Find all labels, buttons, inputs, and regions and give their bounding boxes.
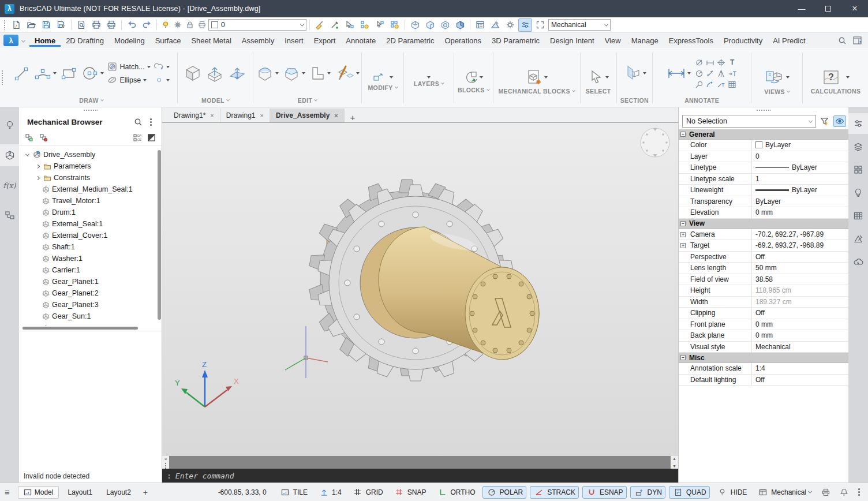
tab-view[interactable]: View bbox=[600, 34, 626, 47]
mechanical-block-button[interactable] bbox=[526, 69, 548, 86]
tab-2d-drafting[interactable]: 2D Drafting bbox=[61, 34, 109, 47]
insert-block-button[interactable] bbox=[463, 70, 483, 85]
text-align-button[interactable] bbox=[727, 69, 737, 78]
chevron-expanded-icon[interactable] bbox=[24, 154, 31, 156]
viewport-3d[interactable]: Z Y X bbox=[162, 123, 678, 456]
ribbon-panel-button[interactable] bbox=[850, 34, 865, 47]
layout2-tab[interactable]: Layout2 bbox=[101, 487, 136, 498]
tab-3d-parametric[interactable]: 3D Parametric bbox=[487, 34, 545, 47]
highlight-eye-icon[interactable] bbox=[833, 115, 846, 127]
close-icon[interactable]: × bbox=[334, 112, 338, 119]
tab-home[interactable]: Home bbox=[29, 34, 61, 47]
slice-tool-button[interactable] bbox=[334, 64, 360, 83]
property-row-elevation[interactable]: Elevation0 mm bbox=[679, 207, 848, 219]
property-row-default-lighting[interactable]: Default lightingOff bbox=[679, 375, 848, 386]
tree-item-part[interactable]: External_Seal:1 bbox=[19, 218, 162, 230]
revision-cloud-button[interactable] bbox=[154, 62, 170, 72]
layer-on-icon[interactable] bbox=[160, 18, 171, 32]
close-icon[interactable]: × bbox=[210, 112, 214, 119]
group-label-draw[interactable]: DRAW bbox=[79, 97, 103, 104]
tree-item-part[interactable]: Washer:1 bbox=[19, 253, 162, 264]
minimize-button[interactable]: — bbox=[788, 0, 815, 17]
view-shaded-button[interactable] bbox=[453, 18, 467, 32]
balloon-button[interactable] bbox=[694, 80, 704, 89]
properties-toggle-button[interactable] bbox=[518, 18, 532, 32]
tree-item-part[interactable]: Gear_Planet:2 bbox=[19, 287, 162, 299]
aligned-dim-button[interactable] bbox=[705, 69, 715, 78]
clean-screen-button[interactable] bbox=[533, 18, 547, 32]
dropdown-arrow-icon[interactable] bbox=[147, 66, 151, 68]
dropdown-arrow-icon[interactable] bbox=[846, 76, 850, 78]
chevron-collapsed-icon[interactable] bbox=[34, 165, 41, 168]
toggle-esnap[interactable]: ESNAP bbox=[582, 486, 627, 499]
layer-combobox[interactable]: 0 bbox=[208, 19, 306, 31]
tree-item-parameters[interactable]: Parameters bbox=[19, 160, 162, 172]
show-blocks-button[interactable] bbox=[25, 133, 33, 142]
fillet-edges-button[interactable] bbox=[256, 64, 279, 83]
property-row-linetype-scale[interactable]: Linetype scale1 bbox=[679, 174, 848, 185]
diameter-dim-button[interactable] bbox=[694, 58, 704, 68]
view-iso-ne-button[interactable] bbox=[408, 18, 422, 32]
tree-item-part[interactable]: Gear_Planet:1 bbox=[19, 276, 162, 287]
save-as-button[interactable] bbox=[54, 18, 68, 32]
toggle-strack[interactable]: STRACK bbox=[530, 486, 579, 499]
render-panel-button[interactable] bbox=[848, 182, 868, 203]
undo-button[interactable] bbox=[125, 18, 139, 32]
tree-item-part[interactable]: Gear_Sun:1 bbox=[19, 311, 162, 322]
dropdown-arrow-icon[interactable] bbox=[786, 76, 790, 78]
cloud-panel-button[interactable] bbox=[848, 252, 868, 272]
property-row-front-plane[interactable]: Front plane0 mm bbox=[679, 319, 848, 331]
dropdown-arrow-icon[interactable] bbox=[427, 76, 431, 78]
dropdown-arrow-icon[interactable] bbox=[544, 76, 548, 78]
expand-icon[interactable]: + bbox=[680, 232, 686, 237]
property-row-back-plane[interactable]: Back plane0 mm bbox=[679, 330, 848, 342]
tab-sheet-metal[interactable]: Sheet Metal bbox=[186, 34, 236, 47]
dropdown-arrow-icon[interactable] bbox=[327, 72, 331, 74]
structure-select-button[interactable] bbox=[388, 18, 402, 32]
open-file-button[interactable] bbox=[24, 18, 38, 32]
text-button[interactable]: T bbox=[727, 58, 737, 68]
layer-freeze-icon[interactable] bbox=[172, 18, 183, 32]
sort-order-button[interactable]: DAOZ bbox=[133, 133, 141, 142]
box-tool-button[interactable] bbox=[184, 64, 202, 83]
group-label-edit[interactable]: EDIT bbox=[298, 97, 317, 104]
toolbar-drag-handle[interactable] bbox=[3, 20, 6, 30]
section-plane-button[interactable] bbox=[622, 64, 646, 83]
statusbar-kebab-icon[interactable] bbox=[855, 486, 863, 498]
command-line[interactable]: : Enter command bbox=[162, 469, 678, 483]
select-objects-button[interactable] bbox=[373, 18, 387, 32]
contrast-toggle-button[interactable] bbox=[147, 133, 156, 142]
group-label-modify[interactable]: MODIFY bbox=[368, 84, 397, 91]
new-layout-button[interactable]: + bbox=[140, 488, 151, 497]
quick-select-button[interactable] bbox=[358, 18, 372, 32]
statusbar-menu-icon[interactable]: ≡ bbox=[5, 487, 10, 497]
property-row-lineweight[interactable]: LineweightByLayer bbox=[679, 185, 848, 196]
toggle-snap[interactable]: SNAP bbox=[390, 486, 430, 499]
chevron-down-icon[interactable] bbox=[22, 36, 25, 44]
drafting-tools-panel-button[interactable] bbox=[848, 229, 868, 249]
tab-2d-parametric[interactable]: 2D Parametric bbox=[381, 34, 439, 47]
tree-item-part[interactable]: Travel_Motor:1 bbox=[19, 195, 162, 207]
color-picker-button[interactable] bbox=[328, 18, 342, 32]
tab-manage[interactable]: Manage bbox=[626, 34, 664, 47]
search-icon[interactable] bbox=[132, 115, 144, 128]
tab-expresstools[interactable]: ExpressTools bbox=[664, 34, 719, 47]
tab-productivity[interactable]: Productivity bbox=[719, 34, 768, 47]
layout1-tab[interactable]: Layout1 bbox=[62, 487, 98, 498]
bricscad-menu-button[interactable]: λ bbox=[3, 35, 18, 46]
property-row-visual-style[interactable]: Visual styleMechanical bbox=[679, 342, 848, 353]
expand-icon[interactable]: + bbox=[680, 243, 686, 248]
doc-tab-drive-assembly[interactable]: Drive_Assembly× bbox=[270, 109, 345, 122]
center-mark-button[interactable] bbox=[716, 58, 726, 68]
dropdown-arrow-icon[interactable] bbox=[143, 79, 147, 81]
dimension-button[interactable] bbox=[667, 66, 691, 81]
tree-item-drive-assembly[interactable]: Drive_Assembly bbox=[19, 149, 162, 160]
collapse-icon[interactable]: − bbox=[680, 355, 686, 360]
dropdown-arrow-icon[interactable] bbox=[100, 72, 104, 74]
components-panel-button[interactable] bbox=[848, 159, 868, 180]
tree-item-part[interactable]: External_Cover:1 bbox=[19, 230, 162, 241]
command-scroll-arrows[interactable]: ▲▼ bbox=[671, 456, 678, 469]
property-row-clipping[interactable]: ClippingOff bbox=[679, 308, 848, 319]
selection-combobox[interactable]: No Selection bbox=[682, 115, 816, 128]
property-row-transparency[interactable]: TransparencyByLayer bbox=[679, 196, 848, 208]
